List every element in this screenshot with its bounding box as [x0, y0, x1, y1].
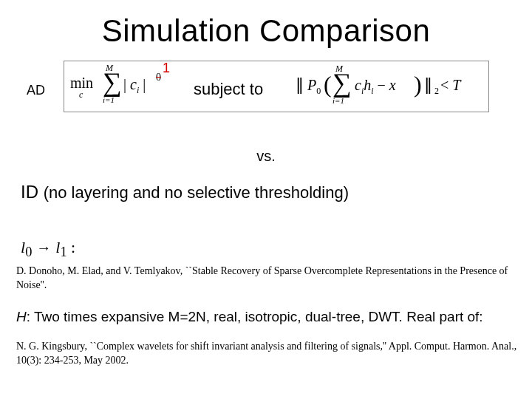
id-rest: (no layering and no selective thresholdi…	[44, 183, 349, 202]
red-one-overlay: 1	[163, 61, 170, 76]
paren-left: (	[324, 71, 332, 98]
vs-label: vs.	[0, 148, 532, 165]
norm-sub-2: 2	[434, 86, 439, 97]
h-prefix: H	[16, 309, 27, 324]
l0-to-l1: l0→l1 :	[21, 238, 75, 260]
paren-right: )	[414, 71, 422, 98]
exponent-zero: 0	[156, 72, 161, 83]
page-title: Simulation Comparison	[0, 13, 532, 49]
h-rest: : Two times expansive M=2N, real, isotro…	[27, 309, 483, 324]
subject-to-text: subject to	[194, 80, 263, 99]
id-prefix: ID	[21, 182, 44, 202]
reference-kingsbury: N. G. Kingsbury, ``Complex wavelets for …	[16, 340, 519, 368]
less-than-T: < T	[440, 77, 460, 94]
sigma2-upper: M	[335, 64, 343, 75]
reference-donoho: D. Donoho, M. Elad, and V. Temlyakov, ``…	[16, 265, 519, 293]
ad-label: AD	[27, 83, 45, 98]
min-subscript: c	[79, 89, 83, 100]
summand: cihi − x	[355, 77, 396, 97]
sigma2-lower: i=1	[332, 96, 344, 105]
formula-right: ‖ P0 ( ∑ M i=1 cihi − x ) ‖ 2 < T	[296, 65, 488, 109]
sigma-upper: M	[106, 63, 113, 74]
sigma-lower: i=1	[103, 95, 115, 104]
h-line: H: Two times expansive M=2N, real, isotr…	[16, 309, 526, 325]
abs-ci: | ci |	[123, 76, 146, 96]
arrow-icon: →	[32, 239, 55, 256]
norm-close: ‖	[424, 75, 432, 95]
id-line: ID (no layering and no selective thresho…	[21, 182, 516, 202]
formula-left: min c ∑ M i=1 | ci | 0	[70, 64, 174, 109]
slide: Simulation Comparison AD min c ∑ M i=1 |…	[0, 0, 532, 399]
p-zero: P0	[307, 77, 321, 97]
norm-open: ‖	[296, 75, 304, 95]
